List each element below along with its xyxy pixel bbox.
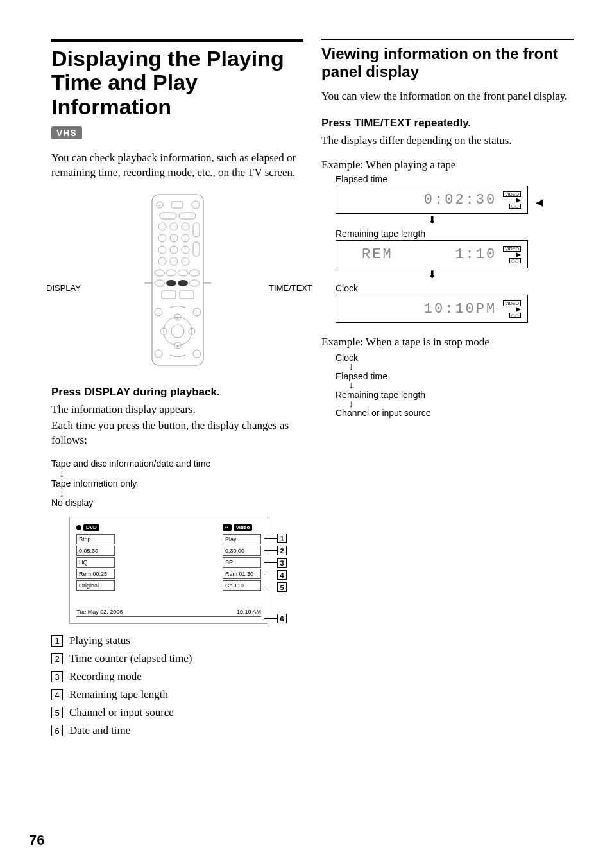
video-indicator: VIDEO — [503, 246, 521, 252]
svg-point-26 — [166, 280, 176, 286]
svg-point-22 — [166, 270, 176, 276]
tape-icon-small: ▪▪ — [223, 524, 232, 531]
rule — [321, 39, 574, 40]
down-arrow-icon: ⬇ — [336, 268, 528, 281]
svg-rect-6 — [179, 213, 196, 219]
legend-item: Remaining tape length — [69, 688, 168, 701]
play-triangle-icon — [516, 252, 521, 257]
example-1: Example: When playing a tape — [321, 159, 574, 171]
front-display-remaining: REM 1:10 VIDEO ◯◯ — [336, 240, 528, 268]
video-indicator: VIDEO — [503, 191, 521, 197]
flow-step: Elapsed time — [336, 371, 574, 381]
svg-rect-20 — [193, 242, 200, 256]
osd-cell: 0:05:30 — [76, 546, 115, 556]
down-arrow-icon: ↓ — [348, 363, 574, 371]
svg-point-17 — [170, 257, 178, 265]
timetext-button-label: TIME/TEXT — [269, 283, 312, 293]
svg-point-28 — [189, 280, 200, 286]
svg-point-44 — [193, 350, 201, 358]
legend-list: 1Playing status 2Time counter (elapsed t… — [51, 634, 303, 737]
svg-point-14 — [170, 246, 178, 254]
down-arrow-icon: ⬇ — [336, 214, 528, 226]
left-arrow-icon: ◂ — [536, 194, 543, 211]
flow-step: Channel or input source — [336, 408, 574, 418]
play-triangle-icon — [516, 307, 521, 312]
seg-elapsed: 0:02:30 — [424, 192, 497, 208]
press-body-1: The information display appears. — [51, 403, 303, 417]
display-button-label: DISPLAY — [46, 283, 81, 293]
vhs-badge: VHS — [51, 126, 82, 139]
osd-cell: Original — [76, 580, 115, 591]
seg-clock: 10:10PM — [424, 301, 497, 317]
flow-step: Tape and disc information/date and time — [51, 458, 303, 469]
svg-point-15 — [182, 246, 189, 254]
svg-rect-5 — [160, 213, 176, 219]
press-body-2: Each time you press the button, the disp… — [51, 419, 303, 448]
record-dot-icon — [76, 525, 81, 530]
remote-illustration: DISPLAY + — [51, 193, 303, 367]
svg-point-21 — [155, 270, 165, 276]
video-indicator: VIDEO — [503, 300, 521, 306]
remaining-label: Remaining tape length — [336, 229, 574, 239]
down-arrow-icon: ↓ — [348, 400, 574, 408]
svg-rect-31 — [162, 291, 176, 299]
play-triangle-icon — [516, 198, 521, 203]
svg-point-18 — [182, 257, 189, 265]
front-display-clock: 10:10PM VIDEO ◯◯ — [336, 295, 528, 323]
example-2: Example: When a tape is in stop mode — [321, 336, 574, 349]
front-display-elapsed: 0:02:30 VIDEO ◯◯ ◂ — [336, 186, 528, 214]
clock-label: Clock — [336, 283, 574, 293]
dvd-tag: DVD — [83, 524, 99, 531]
page-number: 76 — [29, 832, 44, 849]
svg-point-33 — [155, 308, 162, 316]
main-title: Displaying the Playing Time and Play Inf… — [51, 47, 303, 119]
svg-point-35 — [164, 317, 192, 345]
legend-item: Time counter (elapsed time) — [69, 652, 192, 665]
display-cycle-flow: Tape and disc information/date and time … — [51, 458, 303, 508]
osd-time: 10:10 AM — [237, 609, 261, 615]
osd-cell: 0:30:00 — [223, 546, 261, 556]
osd-dvd-panel: DVD Stop 0:05:30 HQ Rem 00:25 Original — [76, 524, 115, 591]
svg-point-36 — [171, 325, 184, 338]
svg-point-24 — [189, 270, 200, 276]
svg-point-43 — [155, 350, 162, 358]
section-title: Viewing information on the front panel d… — [321, 45, 574, 80]
svg-point-13 — [158, 246, 166, 254]
svg-text:+: + — [176, 344, 179, 348]
osd-cell: Rem 01:30 — [223, 569, 261, 579]
tape-icon: ◯◯ — [509, 313, 521, 318]
svg-rect-19 — [193, 223, 200, 237]
svg-point-8 — [170, 223, 178, 230]
svg-point-12 — [182, 234, 189, 242]
stop-flow: Clock ↓ Elapsed time ↓ Remaining tape le… — [336, 352, 574, 418]
down-arrow-icon: ↓ — [348, 381, 574, 390]
osd-cell: Play — [223, 534, 261, 544]
osd-screenshot: DVD Stop 0:05:30 HQ Rem 00:25 Original ▪… — [69, 517, 268, 624]
rule — [51, 39, 303, 42]
flow-step: No display — [51, 498, 303, 508]
legend-item: Date and time — [69, 724, 130, 737]
press-timetext-body: The displays differ depending on the sta… — [321, 134, 574, 148]
osd-video-panel: ▪▪ Video Play 0:30:00 SP Rem 01:30 Ch 11… — [223, 524, 261, 591]
tape-icon: ◯◯ — [509, 258, 521, 263]
svg-point-11 — [170, 234, 178, 242]
svg-text:+: + — [176, 316, 179, 320]
svg-point-23 — [178, 270, 188, 276]
remote-svg: + — [88, 193, 268, 367]
svg-point-10 — [158, 234, 166, 242]
osd-cell: SP — [223, 557, 261, 568]
flow-step: Remaining tape length — [336, 390, 574, 400]
tape-icon: ◯◯ — [509, 204, 521, 209]
svg-point-4 — [192, 201, 200, 209]
svg-point-25 — [155, 280, 165, 286]
legend-item: Channel or input source — [69, 706, 174, 719]
svg-rect-3 — [171, 202, 183, 208]
svg-point-34 — [193, 308, 201, 316]
elapsed-label: Elapsed time — [336, 174, 574, 184]
video-tag: Video — [234, 524, 253, 531]
legend-item: Playing status — [69, 634, 130, 647]
flow-step: Tape information only — [51, 478, 303, 489]
section-intro: You can view the information on the fron… — [321, 89, 574, 104]
svg-rect-32 — [180, 291, 194, 299]
osd-date: Tue May 02. 2006 — [76, 609, 123, 615]
